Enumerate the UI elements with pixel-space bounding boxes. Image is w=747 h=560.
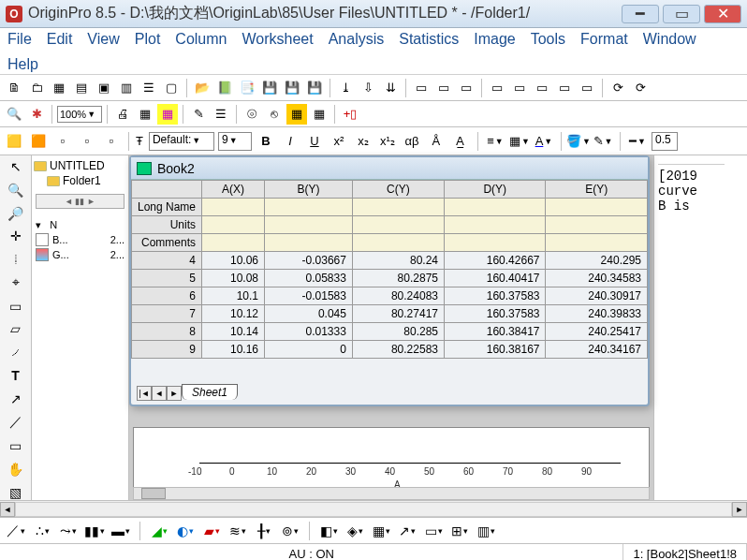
subscript-icon[interactable]: x₂ xyxy=(353,131,374,152)
border-icon[interactable]: ▦▼ xyxy=(509,131,530,152)
menu-file[interactable]: File xyxy=(7,31,32,48)
new-book-icon[interactable]: ▦ xyxy=(49,78,69,98)
row-num[interactable]: 6 xyxy=(132,287,202,305)
zoom-icon[interactable]: 🔍 xyxy=(6,183,26,199)
cell[interactable]: 160.40417 xyxy=(445,270,546,287)
new-project-icon[interactable]: 🗎 xyxy=(4,78,24,98)
window-list-header[interactable]: ▾ N xyxy=(34,218,126,232)
underline-button[interactable]: U xyxy=(304,131,325,152)
plot-icon[interactable]: ▭ xyxy=(411,78,432,98)
comments-row[interactable]: Comments xyxy=(132,234,648,252)
row-num[interactable]: 5 xyxy=(132,270,202,287)
cell[interactable]: -0.01583 xyxy=(264,287,352,305)
cell[interactable]: 80.27417 xyxy=(352,305,444,323)
data-row[interactable]: 610.1-0.0158380.24083160.37583240.30917 xyxy=(132,287,648,305)
import-wizard-icon[interactable]: ⤓ xyxy=(335,78,356,98)
roi-icon[interactable]: ▧ xyxy=(6,484,26,500)
cell[interactable]: 240.30917 xyxy=(546,287,648,305)
add-col-icon[interactable]: +▯ xyxy=(340,104,360,125)
row-num[interactable]: 8 xyxy=(132,323,202,341)
run-icon[interactable]: ✱ xyxy=(26,104,47,125)
cell[interactable]: 10.14 xyxy=(202,323,265,341)
scroll-track[interactable] xyxy=(15,502,732,517)
menu-column[interactable]: Column xyxy=(175,31,227,48)
cell[interactable]: 10.12 xyxy=(202,305,265,323)
maximize-button[interactable]: ▭ xyxy=(663,5,700,23)
menu-plot[interactable]: Plot xyxy=(135,31,161,48)
increase-font-icon[interactable]: Å xyxy=(426,131,447,152)
decrease-font-icon[interactable]: A̲ xyxy=(450,131,471,152)
rect-tool-icon[interactable]: ▭ xyxy=(6,438,26,454)
font-select[interactable]: Default:▼ xyxy=(149,132,214,151)
row-num[interactable]: 9 xyxy=(132,341,202,359)
cell[interactable]: 240.34583 xyxy=(546,270,648,287)
cell[interactable]: 160.37583 xyxy=(445,287,546,305)
new-notes-icon[interactable]: ☰ xyxy=(139,78,159,98)
window-item-graph[interactable]: G... 2... xyxy=(34,247,126,262)
menu-view[interactable]: View xyxy=(87,31,119,48)
cell[interactable]: 10.06 xyxy=(202,252,265,270)
grid-icon[interactable]: ▦ xyxy=(309,104,330,125)
line-color-icon[interactable]: ✎▼ xyxy=(593,131,613,152)
select-icon[interactable]: ▭ xyxy=(6,298,26,314)
new-excel-icon[interactable]: ▥ xyxy=(116,78,137,98)
workbook-titlebar[interactable]: Book2 xyxy=(131,157,648,180)
plot-icon2[interactable]: ▭ xyxy=(433,78,454,98)
pie-plot-icon[interactable]: ◐▾ xyxy=(175,522,196,540)
sheet-nav-first[interactable]: |◄ xyxy=(137,386,152,401)
menu-edit[interactable]: Edit xyxy=(47,31,73,48)
window-item-book[interactable]: B... 2... xyxy=(34,232,126,247)
line-width[interactable]: 0.5 xyxy=(652,132,678,151)
text-tool-icon[interactable]: T xyxy=(6,368,26,384)
cell[interactable]: 0.045 xyxy=(264,305,352,323)
layout-icon5[interactable]: ▭ xyxy=(577,78,597,98)
cell[interactable]: 10.1 xyxy=(202,287,265,305)
arrow-icon[interactable]: ↗ xyxy=(6,391,26,406)
cell[interactable]: 240.295 xyxy=(546,252,648,270)
pan-icon[interactable]: 🔎 xyxy=(6,205,26,221)
close-button[interactable]: ✕ xyxy=(704,5,741,23)
theme4-icon[interactable]: ▫ xyxy=(77,131,97,152)
layout-icon2[interactable]: ▭ xyxy=(509,78,530,98)
open-icon[interactable]: 📂 xyxy=(192,78,212,98)
scroll-right[interactable]: ► xyxy=(732,502,747,517)
cell[interactable]: 0 xyxy=(264,341,352,359)
col-header-c[interactable]: C(Y) xyxy=(352,181,444,199)
cell[interactable]: 240.34167 xyxy=(546,341,648,359)
cell[interactable]: 160.37583 xyxy=(445,305,546,323)
bottom-scrollbar[interactable]: ◄ ► xyxy=(0,500,747,517)
cursor-icon[interactable]: ⌖ xyxy=(6,274,26,290)
new-graph-icon[interactable]: ▣ xyxy=(94,78,114,98)
cell[interactable]: 240.25417 xyxy=(546,323,648,341)
workbook-window[interactable]: Book2 A(X) B(Y) C(Y) D(Y) E(Y) Long Name… xyxy=(129,155,650,406)
font-size[interactable]: 9▼ xyxy=(218,132,252,151)
recalc-icon[interactable]: ⟳ xyxy=(630,78,651,98)
superscript-icon[interactable]: x² xyxy=(329,131,349,152)
cell[interactable]: 240.39833 xyxy=(546,305,648,323)
cell[interactable]: 160.42667 xyxy=(445,252,546,270)
menu-help[interactable]: Help xyxy=(7,56,38,73)
line-plot-icon[interactable]: ／▾ xyxy=(6,522,26,540)
pointer-icon[interactable]: ↖ xyxy=(6,159,26,175)
menu-window[interactable]: Window xyxy=(643,31,696,48)
table-icon[interactable]: ▦ xyxy=(286,104,307,125)
save-project-icon[interactable]: 💾 xyxy=(304,78,325,98)
col-header-e[interactable]: E(Y) xyxy=(546,181,648,199)
reader-icon[interactable]: ✛ xyxy=(6,228,26,244)
import-multi-icon[interactable]: ⇊ xyxy=(380,78,401,98)
explorer-icon[interactable]: 🔍 xyxy=(4,104,24,125)
row-num[interactable]: 7 xyxy=(132,305,202,323)
cell[interactable]: 160.38417 xyxy=(445,323,546,341)
cell[interactable]: 80.24 xyxy=(352,252,444,270)
italic-button[interactable]: I xyxy=(280,131,300,152)
data-icon[interactable]: ⸽ xyxy=(6,252,26,268)
new-folder-icon[interactable]: 🗀 xyxy=(26,78,47,98)
layout-icon[interactable]: ▭ xyxy=(487,78,507,98)
data-row[interactable]: 910.16080.22583160.38167240.34167 xyxy=(132,341,648,359)
scroll-left[interactable]: ◄ xyxy=(0,502,15,517)
org-icon[interactable]: ⦾ xyxy=(242,104,262,125)
surface-plot-icon[interactable]: ≋▾ xyxy=(227,522,248,540)
cell[interactable]: 80.22583 xyxy=(352,341,444,359)
stock-plot-icon[interactable]: ╂▾ xyxy=(254,522,274,540)
cell[interactable]: 80.24083 xyxy=(352,287,444,305)
